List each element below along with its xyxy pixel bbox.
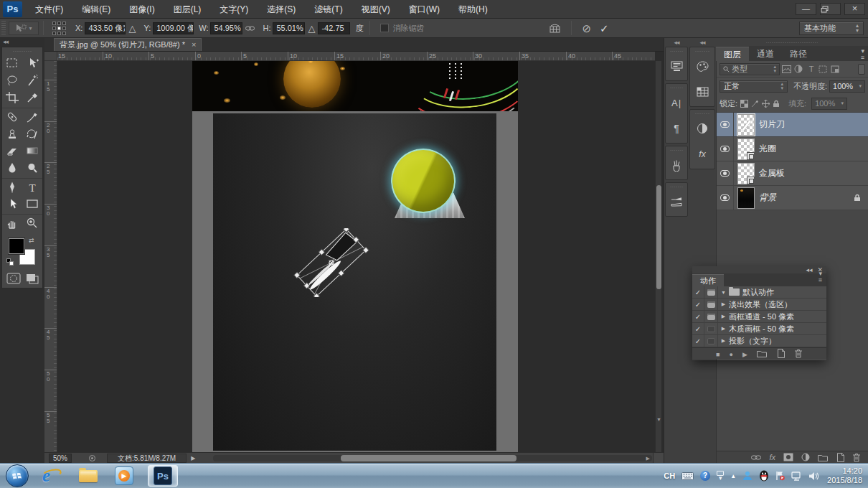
filter-on-off-toggle[interactable] [858, 64, 865, 75]
adobe-drive-icon[interactable] [89, 455, 95, 461]
collapse-tools-icon[interactable]: ◂◂ [0, 38, 44, 46]
action-dialog-toggle[interactable] [704, 335, 718, 347]
new-action-icon[interactable] [776, 349, 785, 358]
gradient-tool[interactable] [22, 142, 42, 159]
pen-tool[interactable] [2, 178, 22, 195]
start-button[interactable] [6, 464, 29, 487]
action-check-icon[interactable]: ✓ [692, 335, 704, 347]
eye-icon[interactable] [720, 170, 730, 177]
eraser-tool[interactable] [2, 142, 22, 159]
expander-icon[interactable]: ▶ [718, 326, 729, 332]
brushes-panel-icon[interactable] [666, 152, 687, 178]
panel-menu-icon[interactable]: ▾≡ [861, 48, 864, 61]
filter-kind-dropdown[interactable]: 类型▴▾ [720, 63, 780, 75]
visibility-cell[interactable] [717, 137, 734, 161]
lock-all-icon[interactable] [773, 100, 780, 108]
menu-选择[interactable]: 选择(S) [258, 0, 305, 19]
action-dialog-toggle[interactable] [704, 299, 718, 310]
expander-icon[interactable]: ▶ [718, 338, 729, 344]
filter-smart-objects-icon[interactable] [831, 65, 841, 73]
record-icon[interactable]: ● [730, 349, 733, 358]
filter-adjustment-layers-icon[interactable] [794, 65, 804, 73]
menu-滤镜[interactable]: 滤镜(T) [305, 0, 352, 19]
panel-menu-icon[interactable]: ▾≡ [819, 271, 822, 283]
rectangle-tool[interactable] [22, 195, 42, 212]
commit-transform-icon[interactable]: ✓ [600, 24, 609, 33]
layer-thumbnail[interactable] [737, 114, 755, 136]
internet-explorer-button[interactable]: e [40, 466, 65, 486]
styles-panel-icon[interactable]: fx [690, 141, 714, 167]
layer-thumbnail[interactable] [737, 187, 755, 209]
action-check-icon[interactable]: ✓ [692, 311, 704, 322]
transform-selection[interactable] [288, 228, 374, 297]
tab-close-icon[interactable]: × [192, 39, 196, 51]
action-row[interactable]: ✓▶淡出效果（选区） [692, 299, 826, 311]
actions-tab[interactable]: 动作 [692, 274, 724, 286]
delete-icon[interactable] [852, 453, 861, 462]
hand-tool[interactable] [2, 214, 22, 231]
clone-stamp-tool[interactable] [2, 125, 22, 142]
link-layers-icon[interactable] [751, 454, 761, 461]
opacity-input[interactable]: 100%▾ [829, 80, 865, 93]
paragraph-panel-icon[interactable]: ¶ [666, 116, 687, 141]
blend-mode-dropdown[interactable]: 正常▴▾ [720, 80, 788, 93]
help-icon[interactable]: ? [700, 471, 710, 481]
path-selection-tool[interactable] [2, 195, 22, 212]
layer-style-icon[interactable]: fx [769, 453, 775, 461]
horizontal-scrollbar[interactable]: ▶ [213, 455, 652, 461]
move-tool[interactable] [22, 55, 42, 72]
play-icon[interactable]: ▶ [742, 349, 747, 358]
new-layer-icon[interactable] [836, 453, 844, 462]
menu-图像[interactable]: 图像(I) [120, 0, 164, 19]
color-panel-icon[interactable] [690, 53, 714, 79]
brush-presets-panel-icon[interactable] [666, 189, 687, 215]
antialias-checkbox[interactable] [380, 24, 389, 32]
layer-row-金属板[interactable]: 金属板 [717, 161, 868, 186]
canvas[interactable] [57, 61, 655, 452]
eyedropper-tool[interactable] [22, 89, 42, 106]
rectangular-marquee-tool[interactable] [2, 55, 22, 72]
language-indicator[interactable]: CH [664, 471, 675, 480]
fill-input[interactable]: 100%▾ [811, 98, 847, 110]
workspace-switcher[interactable]: 基本功能▴▾ [799, 22, 864, 35]
photoshop-taskbar-button[interactable]: Ps [148, 465, 178, 487]
action-row[interactable]: ✓▼默认动作 [692, 286, 826, 299]
taskbar-clock[interactable]: 14:20 2015/8/18 [827, 466, 862, 485]
volume-icon[interactable] [808, 471, 819, 481]
ime-tool-icon[interactable]: ▾ [717, 471, 724, 481]
scroll-right-icon[interactable]: ▶ [646, 456, 650, 461]
x-input[interactable]: 433.50 像素 [85, 22, 126, 34]
menu-编辑[interactable]: 编辑(E) [72, 0, 120, 19]
width-input[interactable]: 54.95% [210, 22, 242, 34]
action-dialog-toggle[interactable] [704, 311, 718, 322]
collapse-panels-icon[interactable]: ◂◂ [665, 39, 688, 47]
cancel-transform-icon[interactable]: ⊘ [582, 24, 591, 33]
lock-position-icon[interactable] [762, 100, 770, 108]
dodge-tool[interactable] [22, 159, 42, 177]
expander-icon[interactable]: ▼ [718, 290, 729, 295]
horizontal-scrollbar-thumb[interactable] [341, 455, 516, 461]
collapse-panels-icon[interactable]: ◂◂ [689, 39, 715, 47]
adjustments-panel-icon[interactable] [690, 116, 714, 141]
menu-文字[interactable]: 文字(Y) [210, 0, 258, 19]
panel-drag-handle[interactable] [766, 39, 818, 46]
status-flyout-icon[interactable]: ▶ [191, 455, 195, 461]
toolbar-drag-handle[interactable] [12, 49, 32, 54]
blur-tool[interactable] [2, 159, 22, 177]
quick-mask-button[interactable] [6, 273, 21, 284]
swap-colors-icon[interactable]: ⇄ [29, 237, 34, 244]
action-dialog-toggle[interactable] [704, 286, 718, 298]
expander-icon[interactable]: ▶ [718, 301, 729, 307]
healing-brush-tool[interactable] [2, 108, 22, 125]
delete-icon[interactable] [794, 349, 803, 358]
warp-mode-icon[interactable] [549, 23, 561, 34]
layer-row-光圈[interactable]: 光圈 [717, 137, 868, 161]
menu-文件[interactable]: 文件(F) [26, 0, 72, 19]
action-row[interactable]: ✓▶木质画框 - 50 像素 [692, 323, 826, 335]
zoom-tool[interactable] [22, 214, 42, 231]
minimize-button[interactable]: — [796, 3, 816, 15]
visibility-cell[interactable] [717, 113, 734, 136]
filter-type-layers-icon[interactable]: T [806, 65, 816, 73]
horizontal-ruler[interactable]: 1510505101520253035404550 [57, 52, 655, 61]
qq-user-icon[interactable] [742, 471, 753, 481]
